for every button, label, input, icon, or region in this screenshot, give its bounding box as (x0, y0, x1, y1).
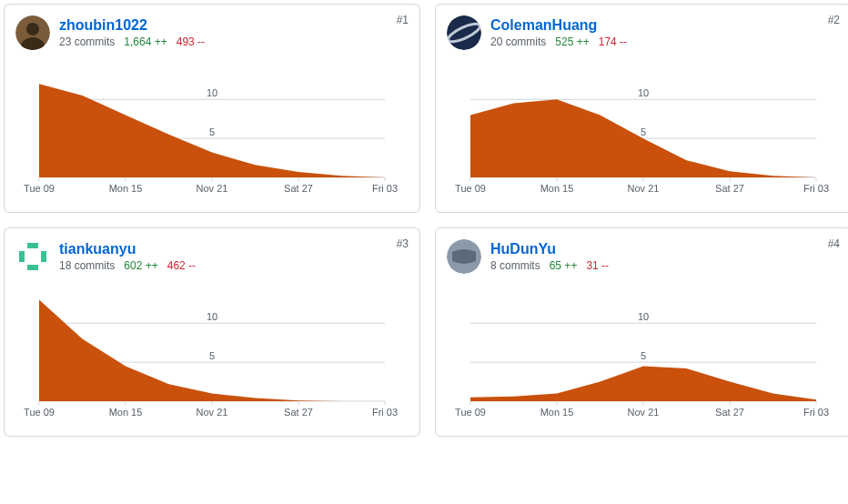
svg-text:5: 5 (209, 350, 215, 361)
svg-rect-38 (19, 251, 25, 262)
svg-text:Mon 15: Mon 15 (540, 183, 574, 194)
svg-text:Mon 15: Mon 15 (109, 407, 143, 418)
commit-activity-chart: 510Tue 09Mon 15Nov 21Sat 27Fri 03 (15, 285, 409, 421)
contributor-card-1: #1 zhoubin1022 23 commits 1,664 ++ 493 -… (4, 4, 420, 213)
commit-activity-chart: 510Tue 09Mon 15Nov 21Sat 27Fri 03 (447, 61, 840, 197)
additions-count: 602 ++ (124, 259, 157, 272)
additions-count: 525 ++ (555, 35, 589, 48)
deletions-count: 31 -- (586, 259, 609, 272)
commit-count: 20 commits (490, 35, 546, 48)
avatar-icon[interactable] (447, 15, 481, 50)
svg-text:Nov 21: Nov 21 (628, 407, 660, 418)
contributor-link[interactable]: zhoubin1022 (59, 17, 205, 34)
contributor-card-4: #4 HuDunYu 8 commits 65 ++ 31 -- 510Tue … (435, 227, 848, 437)
svg-text:Sat 27: Sat 27 (715, 183, 744, 194)
deletions-count: 493 -- (177, 35, 205, 48)
svg-text:Fri 03: Fri 03 (803, 183, 829, 194)
svg-text:10: 10 (638, 87, 649, 98)
svg-text:5: 5 (641, 350, 646, 361)
svg-text:Nov 21: Nov 21 (197, 183, 228, 194)
card-header: HuDunYu 8 commits 65 ++ 31 -- (447, 239, 840, 274)
svg-text:Mon 15: Mon 15 (109, 183, 143, 194)
svg-text:5: 5 (209, 126, 215, 137)
commit-activity-chart: 510Tue 09Mon 15Nov 21Sat 27Fri 03 (447, 285, 840, 421)
contributor-card-3: #3 tiankuanyu 18 commits 602 ++ 462 -- 5… (4, 227, 420, 437)
deletions-count: 174 -- (599, 35, 627, 48)
card-header: tiankuanyu 18 commits 602 ++ 462 -- (15, 239, 409, 274)
rank-badge: #1 (397, 14, 409, 26)
avatar-icon[interactable] (15, 239, 50, 274)
svg-text:Sat 27: Sat 27 (715, 407, 744, 418)
svg-text:Nov 21: Nov 21 (628, 183, 660, 194)
svg-text:10: 10 (207, 311, 217, 322)
rank-badge: #4 (828, 237, 840, 250)
deletions-count: 462 -- (167, 259, 196, 272)
additions-count: 1,664 ++ (124, 35, 167, 48)
commit-count: 23 commits (59, 35, 115, 48)
contributor-link[interactable]: HuDunYu (490, 241, 609, 257)
card-header: ColemanHuang 20 commits 525 ++ 174 -- (447, 15, 840, 50)
avatar-icon[interactable] (447, 239, 481, 274)
svg-text:Sat 27: Sat 27 (284, 183, 313, 194)
card-header: zhoubin1022 23 commits 1,664 ++ 493 -- (15, 15, 409, 50)
svg-text:Nov 21: Nov 21 (197, 407, 228, 418)
svg-rect-39 (41, 251, 46, 262)
commit-count: 18 commits (59, 259, 115, 272)
rank-badge: #2 (828, 14, 840, 26)
svg-rect-36 (27, 243, 38, 248)
additions-count: 65 ++ (550, 259, 578, 272)
svg-text:Mon 15: Mon 15 (540, 407, 574, 418)
svg-rect-37 (27, 265, 38, 270)
svg-text:Tue 09: Tue 09 (24, 183, 55, 194)
svg-text:10: 10 (207, 87, 217, 98)
contributor-card-2: #2 ColemanHuang 20 commits 525 ++ 174 --… (435, 4, 848, 213)
commit-count: 8 commits (490, 259, 540, 272)
svg-text:Tue 09: Tue 09 (24, 407, 55, 418)
contributor-link[interactable]: tiankuanyu (59, 241, 196, 257)
svg-text:Fri 03: Fri 03 (372, 407, 398, 418)
svg-text:5: 5 (641, 126, 646, 137)
contributors-grid: #1 zhoubin1022 23 commits 1,664 ++ 493 -… (4, 4, 848, 437)
svg-text:Fri 03: Fri 03 (372, 183, 398, 194)
svg-text:Fri 03: Fri 03 (803, 407, 829, 418)
svg-text:Tue 09: Tue 09 (455, 407, 486, 418)
rank-badge: #3 (397, 237, 409, 250)
svg-text:Tue 09: Tue 09 (455, 183, 486, 194)
avatar-icon[interactable] (15, 15, 50, 50)
svg-point-1 (26, 23, 39, 35)
contributor-link[interactable]: ColemanHuang (490, 17, 627, 34)
svg-text:Sat 27: Sat 27 (284, 407, 313, 418)
commit-activity-chart: 510Tue 09Mon 15Nov 21Sat 27Fri 03 (15, 61, 409, 197)
svg-text:10: 10 (638, 311, 649, 322)
